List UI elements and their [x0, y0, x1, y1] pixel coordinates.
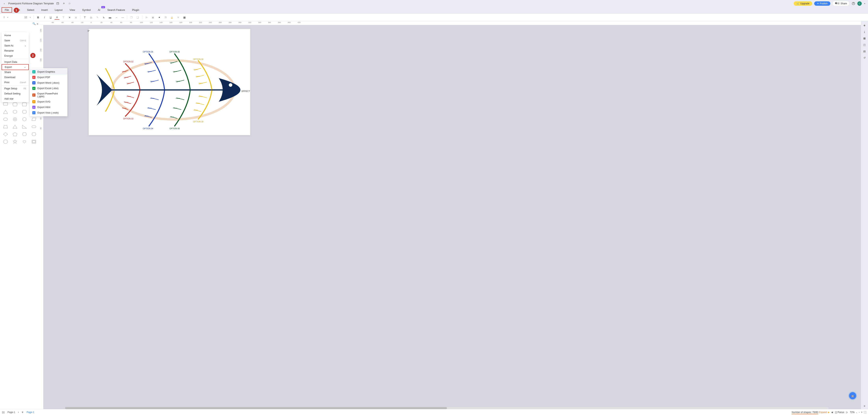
file-menu-addstar[interactable]: Add star [2, 96, 29, 101]
menu-ai[interactable]: AI hot [94, 7, 104, 12]
pages-icon[interactable]: ▯▯ [2, 411, 5, 414]
text-format-button[interactable]: T [61, 15, 66, 20]
file-menu-home[interactable]: Home [2, 33, 29, 38]
file-menu-encrypt[interactable]: Encrypt [2, 53, 29, 59]
page-tab[interactable]: Page-1 [25, 411, 35, 414]
export-graphics[interactable]: ▢Export Graphics [30, 69, 67, 75]
lock-button[interactable]: 🔒 [169, 15, 174, 20]
menu-insert[interactable]: Insert [38, 7, 52, 12]
file-menu-download[interactable]: Download [2, 75, 29, 80]
file-menu-export[interactable]: Export▸ [2, 64, 29, 70]
arrow-button[interactable]: → [114, 15, 119, 20]
layers-icon[interactable]: ◈ [831, 411, 833, 414]
table-button[interactable]: ▦ [182, 15, 187, 20]
menu-layout[interactable]: Layout [51, 7, 66, 12]
save-icon[interactable] [56, 2, 60, 5]
page-select[interactable]: Page-1 [7, 411, 20, 414]
file-menu-rename[interactable]: Rename [2, 48, 29, 53]
page-icon[interactable]: ▤ [863, 50, 866, 53]
shape-donut[interactable] [11, 116, 19, 123]
menu-file[interactable]: File [2, 7, 12, 12]
shape-triangle2[interactable] [11, 124, 19, 130]
canvas[interactable]: EFFECT OP [89, 29, 250, 135]
line-weight-button[interactable]: ▬ [107, 15, 112, 20]
menu-view[interactable]: View [66, 7, 79, 12]
menu-plugin[interactable]: Plugin [128, 7, 143, 12]
add-page-button[interactable]: + [22, 411, 24, 414]
focus-button[interactable]: [·] Focus [835, 411, 844, 414]
align-objects-button[interactable]: ⊫ [144, 15, 149, 20]
shape-diamond[interactable] [1, 131, 10, 138]
more-icon[interactable]: ≡ [864, 405, 865, 408]
menu-select[interactable]: Select [24, 7, 38, 12]
zoom-dropdown-icon[interactable]: ⌄ [856, 411, 857, 413]
font-color-button[interactable]: A [55, 15, 59, 20]
shape-pentagon[interactable] [11, 131, 19, 138]
collapse-panel-icon[interactable]: « [37, 22, 38, 25]
history-icon[interactable]: ↺ [864, 56, 866, 59]
expand-link[interactable]: Expand [819, 411, 827, 414]
avatar[interactable]: C [857, 1, 862, 6]
bold-button[interactable]: B [36, 15, 40, 20]
shape-trapezoid[interactable] [1, 124, 10, 130]
crop-button[interactable]: ⧉ [163, 15, 168, 20]
connector-button[interactable]: ↳ [101, 15, 106, 20]
export-word[interactable]: WExport Word (.docx) [30, 80, 67, 85]
export-excel[interactable]: XExport Excel (.xlsx) [30, 85, 67, 91]
shape-right-triangle[interactable] [20, 124, 29, 130]
zoom-out-button[interactable]: − [859, 411, 860, 414]
help-icon[interactable] [851, 2, 856, 5]
ungroup-button[interactable]: ❏ [135, 15, 140, 20]
file-menu-default[interactable]: Default Setting [2, 91, 29, 96]
shape-squircle2[interactable] [20, 108, 29, 115]
tools-button[interactable]: ✕ [176, 15, 181, 20]
chat-bubble[interactable]: 🤖 [849, 392, 856, 399]
export-ppt[interactable]: PExport PowerPoint (.pptx) [30, 91, 67, 99]
font-family-select[interactable]: I [2, 15, 22, 19]
line-style-button[interactable]: ⋯ [120, 15, 125, 20]
italic-button[interactable]: I [42, 15, 47, 20]
file-menu-import[interactable]: Import Data [2, 60, 29, 65]
export-svg[interactable]: SExport SVG [30, 99, 67, 104]
shape-squircle[interactable] [11, 108, 19, 115]
pen-button[interactable]: ✎ [95, 15, 100, 20]
star-icon[interactable]: ☆ [68, 2, 71, 5]
shape-parallelogram[interactable] [30, 116, 38, 123]
file-menu-pagesetup[interactable]: Page SetupF6 [2, 86, 29, 91]
horizontal-scrollbar[interactable] [65, 407, 829, 409]
avatar-dropdown[interactable]: ▾ [864, 2, 866, 5]
shape-circle[interactable] [20, 116, 29, 123]
shape-heart[interactable] [20, 138, 29, 145]
shape-burst[interactable] [11, 138, 19, 145]
publish-button[interactable]: ✈ Publish [814, 1, 830, 6]
bookmark-icon[interactable]: ◫ [863, 43, 866, 46]
open-external-icon[interactable] [62, 2, 66, 5]
file-menu-save[interactable]: SaveCtrl+S [2, 38, 29, 43]
text-tool-button[interactable]: T [82, 15, 87, 20]
fill-button[interactable]: ◇ [89, 15, 93, 20]
shape-ellipse[interactable] [1, 116, 10, 123]
file-menu-print[interactable]: PrintCtrl+P [2, 80, 29, 85]
upgrade-button[interactable]: 🛒 Upgrade [794, 1, 812, 6]
export-visio[interactable]: VExport Visio (.vsdx) [30, 110, 67, 115]
shape-pill[interactable] [30, 124, 38, 130]
apps-icon[interactable]: ▦ [863, 37, 866, 40]
file-menu-saveas[interactable]: Save As▸ [2, 43, 29, 48]
export-tool-icon[interactable]: ⭳ [863, 30, 866, 33]
zoom-value[interactable]: 72% [850, 411, 855, 414]
shape-hexagon[interactable] [20, 131, 29, 138]
fill-tool-icon[interactable]: ◈ [864, 24, 865, 27]
shape-frame[interactable] [30, 138, 38, 145]
underline-button[interactable]: U [48, 15, 53, 20]
shape-octagon[interactable] [1, 138, 10, 145]
indent-button[interactable]: ≣ [73, 15, 78, 20]
export-html[interactable]: HExport Html [30, 104, 67, 110]
group-button[interactable]: ❐ [129, 15, 134, 20]
effects-button[interactable]: ✦ [157, 15, 162, 20]
share-button[interactable]: �分 Share [832, 1, 849, 6]
play-icon[interactable]: ▷ [846, 411, 848, 414]
zoom-in-button[interactable]: + [861, 411, 863, 414]
menu-search-feature[interactable]: Search Feature [104, 7, 129, 12]
menu-symbol[interactable]: Symbol [79, 7, 94, 12]
image-button[interactable]: ▣ [151, 15, 155, 20]
